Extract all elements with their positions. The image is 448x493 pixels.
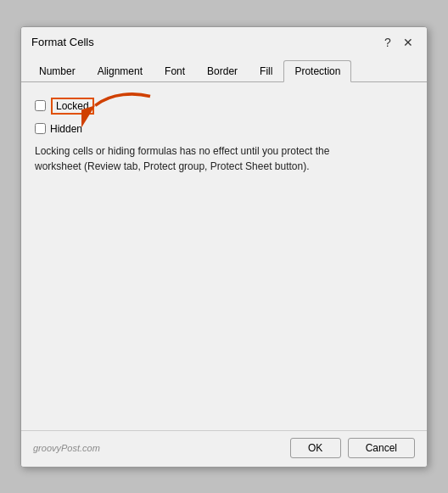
locked-label-text: Locked	[51, 98, 94, 115]
title-bar-right: ? ✕	[379, 34, 417, 51]
dialog-footer: groovyPost.com OK Cancel	[21, 430, 427, 467]
hidden-checkbox[interactable]	[35, 123, 46, 134]
tab-font[interactable]: Font	[154, 60, 196, 82]
tab-border[interactable]: Border	[196, 60, 249, 82]
title-bar-left: Format Cells	[31, 36, 94, 48]
ok-button[interactable]: OK	[290, 438, 341, 458]
tab-number[interactable]: Number	[28, 60, 87, 82]
hidden-checkbox-row: Hidden	[35, 123, 413, 135]
tab-protection[interactable]: Protection	[283, 60, 351, 82]
locked-label[interactable]: Locked	[35, 98, 94, 115]
cancel-button[interactable]: Cancel	[348, 438, 415, 458]
footer-buttons: OK Cancel	[290, 438, 415, 458]
help-button[interactable]: ?	[379, 34, 396, 51]
format-cells-dialog: Format Cells ? ✕ Number Alignment Font B…	[20, 26, 428, 468]
tab-content: Locked Hidden Locking cells o	[21, 82, 427, 430]
tab-fill[interactable]: Fill	[249, 60, 283, 82]
locked-checkbox[interactable]	[35, 100, 46, 111]
watermark: groovyPost.com	[33, 443, 100, 453]
close-button[interactable]: ✕	[400, 34, 417, 51]
tab-bar: Number Alignment Font Border Fill Protec…	[21, 54, 427, 82]
info-text: Locking cells or hiding formulas has no …	[35, 143, 374, 174]
hidden-label[interactable]: Hidden	[35, 123, 82, 135]
title-bar: Format Cells ? ✕	[21, 27, 427, 54]
dialog-title: Format Cells	[31, 36, 94, 48]
tab-alignment[interactable]: Alignment	[87, 60, 154, 82]
hidden-label-text: Hidden	[50, 123, 82, 135]
locked-row-container: Locked	[35, 98, 94, 120]
locked-checkbox-row: Locked	[35, 98, 94, 115]
